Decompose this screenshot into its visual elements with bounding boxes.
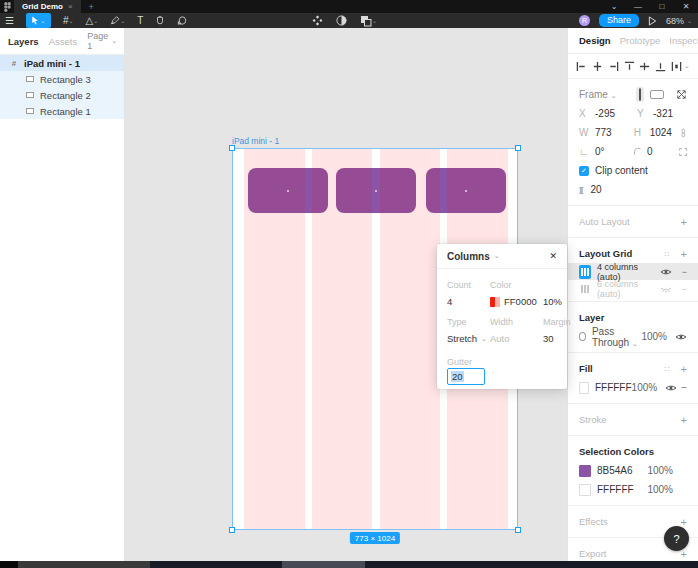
blend-mode-icon[interactable] — [579, 332, 586, 341]
effects-add-button[interactable]: + — [681, 516, 687, 528]
align-left-icon[interactable] — [576, 61, 587, 72]
selection-handle-top-right[interactable] — [515, 145, 521, 151]
type-dropdown[interactable]: Stretch ⌄ — [447, 329, 490, 348]
gap-field[interactable]: 20 — [591, 184, 602, 195]
width-field[interactable]: W 773 — [579, 127, 626, 138]
selection-color-swatch[interactable] — [579, 484, 591, 496]
align-top-icon[interactable] — [624, 61, 635, 72]
move-tool-button[interactable]: ⌄ — [26, 13, 51, 28]
layer-row-rectangle-2[interactable]: Rectangle 2 — [0, 87, 124, 103]
fill-visible-eye-icon[interactable] — [665, 384, 677, 392]
popup-title-dropdown[interactable]: Columns — [447, 251, 490, 262]
page-selector[interactable]: Page 1 ⌄ — [87, 31, 117, 51]
layer-opacity-field[interactable]: 100% — [641, 331, 667, 342]
present-button[interactable] — [648, 16, 657, 26]
fill-add-button[interactable]: + — [681, 363, 687, 375]
clip-content-checkbox[interactable]: ✓ — [579, 166, 589, 176]
orientation-landscape-button[interactable] — [650, 90, 664, 99]
selection-color-hex[interactable]: 8B54A6 — [597, 465, 633, 476]
grid-styles-icon[interactable]: :: — [664, 249, 670, 258]
margin-field[interactable]: 30 — [543, 329, 571, 348]
frame-name-label[interactable]: iPad mini - 1 — [232, 136, 279, 146]
corner-radius-field[interactable]: 0 — [633, 146, 679, 157]
color-swatch[interactable] — [490, 297, 500, 307]
constrain-proportions-icon[interactable] — [680, 127, 687, 139]
zoom-menu[interactable]: 68% ⌄ — [666, 16, 692, 26]
fill-hex-value[interactable]: FFFFFF — [595, 382, 632, 393]
type-chevron-icon: ⌄ — [481, 335, 487, 343]
window-maximize-icon[interactable]: □ — [650, 2, 674, 11]
mask-button[interactable] — [336, 15, 347, 26]
popup-close-icon[interactable]: ✕ — [549, 251, 557, 261]
avatar[interactable]: R — [579, 15, 590, 26]
clip-content-row[interactable]: ✓ Clip content — [568, 161, 698, 180]
stroke-add-button[interactable]: + — [681, 414, 687, 426]
fill-color-swatch[interactable] — [579, 382, 589, 394]
layer-visible-eye-icon[interactable] — [675, 333, 687, 341]
count-field[interactable]: 4 — [447, 292, 490, 311]
selection-colors-title: Selection Colors — [579, 446, 654, 457]
fill-opacity-value[interactable]: 100% — [632, 382, 658, 393]
grid-remove-button[interactable]: − — [682, 284, 687, 294]
color-field[interactable]: FF0000 — [490, 292, 543, 311]
share-button[interactable]: Share — [599, 14, 639, 27]
tab-close-icon[interactable]: × — [68, 2, 73, 11]
layout-grid-row-4-columns[interactable]: 4 columns (auto) − — [568, 263, 698, 280]
align-bottom-icon[interactable] — [655, 61, 666, 72]
x-position-field[interactable]: X -295 — [579, 108, 629, 119]
shape-tool-button[interactable]: △ ⌄ — [86, 16, 99, 26]
hand-tool-button[interactable] — [155, 15, 165, 26]
boolean-groups-button[interactable]: ⌄ — [360, 15, 377, 27]
grid-remove-button[interactable]: − — [682, 267, 687, 277]
layout-grid-add-button[interactable]: + — [681, 248, 687, 260]
selection-handle-bottom-left[interactable] — [229, 527, 235, 533]
window-minimize-icon[interactable]: — — [626, 2, 650, 11]
move-tool-chevron-icon[interactable]: ⌄ — [40, 18, 45, 24]
orientation-portrait-button[interactable] — [636, 87, 644, 102]
gutter-input[interactable]: 20 — [447, 368, 485, 385]
new-tab-button[interactable]: + — [89, 2, 94, 12]
independent-corners-icon[interactable] — [679, 147, 687, 157]
help-button[interactable]: ? — [664, 526, 689, 551]
grid-visible-eye-icon[interactable] — [660, 268, 672, 276]
tab-prototype[interactable]: Prototype — [620, 35, 661, 46]
y-position-field[interactable]: Y -321 — [637, 108, 687, 119]
height-field[interactable]: H 1024 — [634, 127, 681, 138]
layer-row-rectangle-1[interactable]: Rectangle 1 — [0, 103, 124, 119]
layer-row-rectangle-3[interactable]: Rectangle 3 — [0, 71, 124, 87]
selection-handle-bottom-right[interactable] — [515, 527, 521, 533]
tab-inspect[interactable]: Inspect — [669, 35, 698, 46]
grid-hidden-eye-icon[interactable] — [660, 285, 672, 293]
selection-color-swatch[interactable] — [579, 465, 591, 477]
align-vertical-center-icon[interactable] — [639, 61, 650, 72]
fill-remove-button[interactable]: − — [681, 382, 687, 393]
pen-tool-button[interactable]: ⌄ — [110, 15, 125, 26]
selection-handle-top-left[interactable] — [229, 145, 235, 151]
window-menu-icon[interactable]: ⌄ — [602, 2, 626, 11]
boolean-chevron-icon[interactable]: ⌄ — [372, 18, 377, 24]
rotation-field[interactable]: ∟ 0° — [579, 146, 625, 157]
text-tool-button[interactable]: T — [137, 16, 143, 26]
document-tab[interactable]: Grid Demo × — [14, 0, 81, 13]
resize-to-fit-icon[interactable] — [676, 89, 687, 100]
align-horizontal-center-icon[interactable] — [592, 61, 603, 72]
window-close-icon[interactable]: ✕ — [674, 2, 698, 11]
color-opacity-field[interactable]: 10% — [543, 292, 571, 311]
layout-grid-row-6-columns[interactable]: 6 columns (auto) − — [568, 280, 698, 297]
align-right-icon[interactable] — [608, 61, 619, 72]
blend-mode-dropdown[interactable]: Pass Through ⌄ — [592, 326, 642, 348]
width-field[interactable]: Auto — [490, 329, 543, 348]
selection-color-hex[interactable]: FFFFFF — [597, 484, 634, 495]
frame-tool-button[interactable]: # ⌄ — [63, 16, 74, 26]
frame-type-dropdown[interactable]: Frame ⌄ — [579, 89, 617, 100]
layer-row-frame[interactable]: # iPad mini - 1 — [0, 55, 124, 71]
main-menu-icon[interactable]: ☰ — [5, 16, 14, 26]
tidy-up-button[interactable]: ⌄ — [671, 61, 690, 72]
tab-layers[interactable]: Layers — [8, 36, 39, 47]
create-component-button[interactable] — [312, 15, 323, 26]
auto-layout-add-button[interactable]: + — [681, 216, 687, 228]
fill-styles-icon[interactable]: :: — [664, 364, 670, 373]
comment-tool-button[interactable] — [177, 15, 187, 26]
tab-assets[interactable]: Assets — [49, 36, 78, 47]
tab-design[interactable]: Design — [579, 35, 611, 46]
